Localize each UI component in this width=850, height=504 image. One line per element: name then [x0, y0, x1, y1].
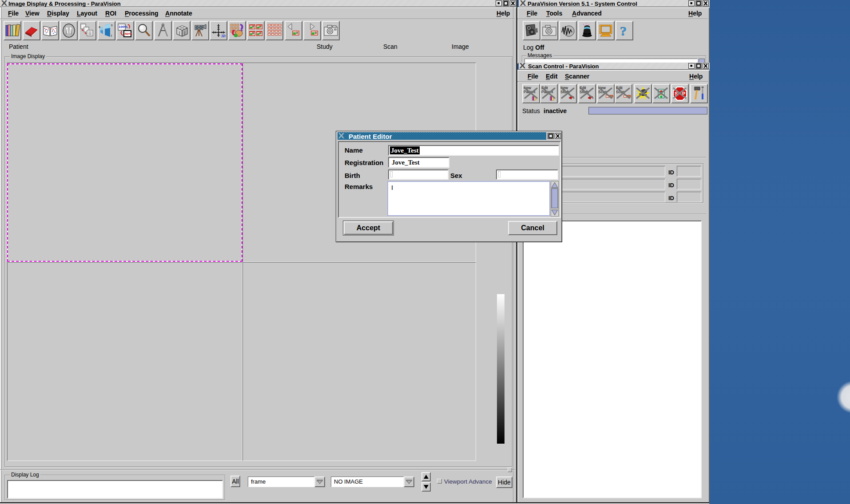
- svg-text:?: ?: [620, 24, 627, 38]
- svg-text:a: a: [99, 25, 100, 28]
- svg-text:50%: 50%: [125, 32, 132, 36]
- svg-text:100%: 100%: [119, 25, 127, 29]
- svg-text:t: t: [111, 34, 112, 37]
- svg-text:s: s: [111, 24, 113, 27]
- svg-text:3D: 3D: [221, 34, 226, 38]
